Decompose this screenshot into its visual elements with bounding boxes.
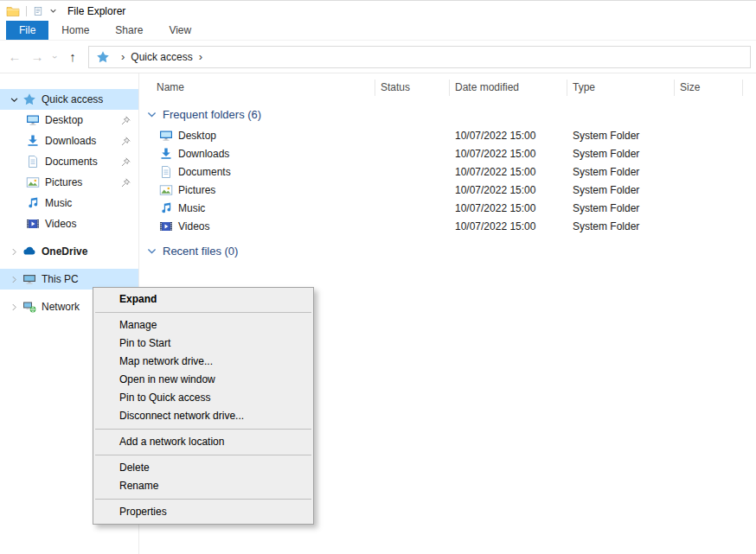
menu-item-map-network-drive[interactable]: Map network drive... [93, 353, 313, 371]
file-name: Videos [178, 220, 209, 232]
file-explorer-window: File Explorer FileHomeShareView ←→›↑ ›Qu… [0, 0, 756, 554]
file-name-cell: Videos [139, 220, 375, 233]
menu-item-disconnect-network-drive[interactable]: Disconnect network drive... [93, 407, 313, 425]
file-date-modified: 10/07/2022 15:00 [450, 220, 567, 232]
back-button[interactable]: ← [3, 47, 26, 67]
music-icon [158, 201, 174, 215]
menu-item-delete[interactable]: Delete [93, 459, 313, 477]
chevron-right-icon[interactable] [7, 247, 22, 257]
sidebar-item-videos[interactable]: Videos [0, 213, 138, 234]
menu-item-manage[interactable]: Manage [93, 316, 313, 334]
desktop-icon [25, 113, 41, 127]
file-type: System Folder [567, 220, 675, 232]
recent-locations-dropdown-button[interactable]: › [48, 47, 61, 67]
column-header-date-modified[interactable]: Date modified [450, 80, 567, 96]
column-header-status[interactable]: Status [375, 80, 450, 96]
file-date-modified: 10/07/2022 15:00 [450, 130, 567, 142]
pin-icon [120, 136, 131, 147]
file-row-pictures[interactable]: Pictures10/07/2022 15:00System Folder [139, 181, 756, 199]
file-row-videos[interactable]: Videos10/07/2022 15:00System Folder [139, 217, 756, 235]
column-header-gutter [743, 80, 756, 96]
recent-locations-dropdown-glyph: › [49, 55, 60, 59]
chevron-right-icon[interactable] [7, 275, 22, 284]
chevron-right-icon[interactable] [7, 302, 22, 312]
chevron-down-icon[interactable] [146, 245, 157, 257]
file-name-cell: Documents [139, 165, 375, 179]
sidebar-item-label: Music [45, 197, 72, 209]
file-row-downloads[interactable]: Downloads10/07/2022 15:00System Folder [139, 144, 756, 162]
file-list: Frequent folders (6)Desktop10/07/2022 15… [139, 105, 756, 259]
file-row-desktop[interactable]: Desktop10/07/2022 15:00System Folder [139, 126, 756, 144]
menu-item-pin-to-start[interactable]: Pin to Start [93, 334, 313, 353]
onedrive-icon [22, 245, 37, 258]
tab-view[interactable]: View [156, 21, 204, 40]
up-button[interactable]: ↑ [61, 47, 84, 67]
file-row-music[interactable]: Music10/07/2022 15:00System Folder [139, 199, 756, 217]
this-pc-icon [22, 272, 37, 286]
file-name-cell: Desktop [139, 129, 375, 143]
menu-item-expand[interactable]: Expand [93, 290, 313, 309]
file-date-modified: 10/07/2022 15:00 [450, 148, 567, 160]
sidebar-item-label: Quick access [42, 93, 103, 105]
file-name-cell: Music [139, 201, 375, 215]
qat-dropdown-icon[interactable] [49, 7, 57, 15]
toolbar-properties-icon[interactable] [33, 6, 43, 16]
column-header-size[interactable]: Size [675, 80, 743, 96]
sidebar-item-label: OneDrive [42, 245, 87, 258]
up-glyph: ↑ [69, 49, 76, 64]
menu-separator [95, 429, 311, 430]
explorer-folder-icon[interactable] [6, 4, 20, 18]
downloads-icon [158, 147, 174, 161]
menu-item-properties[interactable]: Properties [93, 503, 313, 521]
sidebar-item-downloads[interactable]: Downloads [0, 131, 138, 151]
documents-icon [25, 155, 41, 169]
file-row-documents[interactable]: Documents10/07/2022 15:00System Folder [139, 162, 756, 181]
column-headers: NameStatusDate modifiedTypeSize [139, 77, 756, 99]
tab-share[interactable]: Share [102, 21, 156, 40]
menu-item-open-in-new-window[interactable]: Open in new window [93, 371, 313, 389]
file-name: Pictures [178, 184, 215, 196]
tab-file[interactable]: File [6, 21, 48, 40]
pin-icon [120, 156, 131, 168]
group-header-frequent-folders-6[interactable]: Frequent folders (6) [139, 105, 756, 123]
file-name: Documents [178, 166, 231, 178]
nav-buttons: ←→›↑ [3, 47, 84, 67]
menu-item-add-a-network-location[interactable]: Add a network location [93, 433, 313, 451]
sidebar-item-quick-access[interactable]: Quick access [0, 89, 138, 110]
sidebar-item-label: This PC [42, 273, 79, 285]
address-bar[interactable]: ›Quick access› [88, 46, 751, 68]
file-type: System Folder [567, 148, 675, 160]
column-header-name[interactable]: Name [139, 80, 375, 96]
file-name: Music [178, 202, 205, 214]
file-name: Downloads [178, 148, 229, 160]
file-type: System Folder [567, 166, 675, 178]
forward-button[interactable]: → [26, 47, 48, 67]
sidebar-item-onedrive[interactable]: OneDrive [0, 241, 138, 262]
sidebar-item-music[interactable]: Music [0, 193, 138, 213]
column-header-type[interactable]: Type [567, 80, 675, 96]
qat-separator [26, 6, 27, 16]
tab-home[interactable]: Home [48, 21, 102, 40]
menu-separator [95, 455, 311, 455]
menu-separator [95, 499, 311, 500]
titlebar: File Explorer [0, 1, 756, 21]
quick-access-toolbar [6, 4, 57, 18]
forward-glyph: → [31, 49, 44, 64]
breadcrumb-item-quick-access[interactable]: Quick access [131, 51, 192, 63]
file-date-modified: 10/07/2022 15:00 [450, 166, 567, 178]
chevron-down-icon[interactable] [146, 109, 157, 120]
navigation-bar: ←→›↑ ›Quick access› [0, 41, 756, 73]
sidebar-item-label: Desktop [45, 114, 83, 126]
quick-access-icon [95, 50, 111, 64]
sidebar-item-pictures[interactable]: Pictures [0, 172, 138, 193]
music-icon [25, 196, 41, 210]
ribbon-tabs: FileHomeShareView [0, 21, 756, 41]
sidebar-item-desktop[interactable]: Desktop [0, 110, 138, 131]
sidebar-item-documents[interactable]: Documents [0, 151, 138, 172]
group-header-recent-files-0[interactable]: Recent files (0) [139, 242, 756, 259]
menu-item-rename[interactable]: Rename [93, 477, 313, 495]
chevron-down-icon[interactable] [7, 95, 22, 105]
menu-item-pin-to-quick-access[interactable]: Pin to Quick access [93, 389, 313, 407]
downloads-icon [25, 134, 41, 148]
pictures-icon [25, 175, 41, 189]
